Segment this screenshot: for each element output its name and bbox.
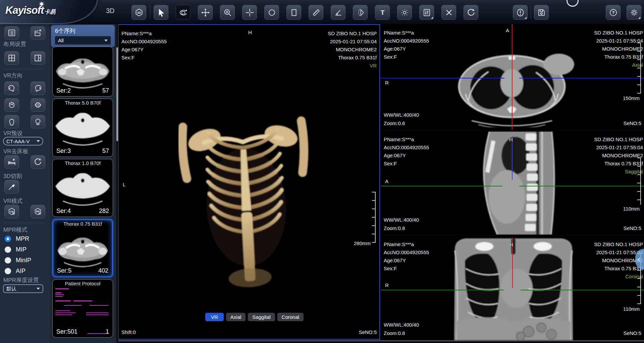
series-no-label: SeNO:5 (624, 224, 641, 232)
scale-label: 110mm (623, 206, 640, 212)
radio-icon (5, 268, 11, 274)
tool-window-level-button[interactable] (397, 5, 412, 20)
orientation-marker-top: A (506, 27, 509, 33)
scale-label: 280mm (354, 240, 371, 246)
mip-mode-button[interactable]: MIP (31, 205, 45, 218)
vr-head-left-button[interactable] (4, 81, 19, 95)
orientation-marker-top: H (248, 30, 252, 35)
series-thumbnail-ser3[interactable]: Thorax 5.0 B70f Ser:3 57 (52, 99, 113, 157)
tool-pan-button[interactable] (198, 5, 213, 20)
view-button-coronal[interactable]: Coronal (277, 313, 304, 321)
tool-adjust-button[interactable] (419, 5, 434, 20)
tool-reset-button[interactable] (464, 5, 478, 20)
tool-save-button[interactable] (534, 5, 549, 20)
tool-rotate-button[interactable] (176, 5, 191, 20)
crosshair-horizontal-green[interactable] (519, 186, 644, 186)
series-thumbnail-ser5-selected[interactable]: Thorax 0.75 B31f Ser:5 402 (52, 219, 113, 277)
toolbar-divider (531, 5, 531, 19)
tool-settings-button[interactable] (627, 5, 641, 20)
vr-head-bottom-button[interactable] (31, 98, 45, 112)
zoom-label: Zoom:0.8 (384, 329, 405, 337)
series-filter-value: All (58, 38, 64, 43)
series-description: Thorax 5.0 B70f (53, 100, 113, 106)
tool-cobb-angle-button[interactable] (353, 5, 368, 20)
series-thumbnail-ser4[interactable]: Thorax 1.0 B70f Ser:4 282 (52, 159, 113, 217)
series-filter-select[interactable]: All (55, 36, 111, 45)
mpr-mode-radio-aip[interactable]: AIP (5, 268, 25, 275)
remove-bed-button[interactable] (4, 155, 19, 169)
vr-head-right-button[interactable] (31, 81, 45, 95)
view-button-saggital[interactable]: Saggital (248, 313, 275, 321)
layout-close-button[interactable] (31, 26, 45, 40)
tool-cursor-button[interactable] (154, 5, 168, 20)
tool-3d-type-button[interactable]: 3D (131, 5, 146, 20)
left-sidebar: 布局设置 VR方向 VR预设 CT-AAA-V VR去床板 3D切割 VR模式 … (0, 24, 50, 343)
layout-split-button[interactable] (31, 51, 45, 65)
crosshair-horizontal-green[interactable] (521, 290, 644, 290)
divider (3, 69, 43, 69)
crosshair-horizontal-green[interactable] (381, 186, 502, 186)
avatar[interactable] (567, 0, 579, 7)
series-description: Patient Protocol (53, 281, 113, 286)
study-info: SD ZIBO NO.1 HOSP2025-01-21 07:55:04 MON… (594, 29, 643, 69)
vr-head-top-button[interactable] (4, 98, 19, 112)
radio-icon (5, 246, 11, 253)
mpr-viewport-axial[interactable]: A R PName:S***aAccNO:0004920555 Age:067Y… (381, 24, 644, 130)
study-info: SD ZIBO NO.1 HOSP2025-01-21 07:55:04 MON… (594, 135, 643, 176)
mpr-mode-radio-mip[interactable]: MIP (5, 246, 26, 253)
orientation-marker-top: H (509, 137, 513, 142)
scale-label: 150mm (623, 95, 640, 101)
tool-ellipse-button[interactable] (264, 5, 279, 20)
crosshair-vertical-red[interactable] (512, 24, 513, 130)
app-logo: Kayisoft卡易 (5, 4, 55, 16)
scrollbar-thumb[interactable] (116, 47, 118, 141)
tool-help-button[interactable]: ? (606, 5, 621, 20)
patient-info: PName:S***aAccNO:0004920555 Age:067YSex:… (384, 240, 429, 273)
section-mpr-mode-label: MPR模式 (3, 226, 28, 234)
series-number: Ser:2 (56, 87, 71, 94)
tool-zoom-button[interactable] (220, 5, 235, 20)
tool-ruler-button[interactable] (309, 5, 323, 20)
wwwl-label: WW/WL:400/40 (384, 321, 419, 329)
series-count-label: 6个序列 (55, 27, 75, 35)
vr-head-front-button[interactable] (4, 115, 19, 128)
section-vr-preset-label: VR预设 (3, 129, 23, 137)
scale-ruler (372, 192, 376, 243)
series-thumbnail-ser501[interactable]: Patient Protocol Ser:501 1 (52, 279, 113, 338)
ct-image-saggital (450, 131, 581, 235)
pacs-3d-workstation: Kayisoft卡易 3D 3D T ? (0, 0, 644, 343)
orientation-marker-left: A (385, 178, 388, 184)
mpr-viewport-saggital[interactable]: H A PName:S***aAccNO:0004920555 Age:067Y… (381, 131, 644, 235)
series-thumbnail-ser2[interactable]: Ser:2 57 (52, 47, 113, 97)
series-scrollbar[interactable] (116, 24, 118, 343)
layout-list-button[interactable] (4, 26, 19, 40)
layout-grid-button[interactable] (4, 51, 19, 65)
image-count: 1 (106, 328, 109, 335)
tool-info-button[interactable] (513, 5, 528, 20)
scalpel-cut-button[interactable] (4, 180, 19, 193)
vr-viewport[interactable]: PName:S***aAccNO:0004920555 Age:067YSex:… (118, 24, 380, 340)
mpr-mode-radio-minip[interactable]: MinIP (5, 257, 31, 264)
tool-crosshair-button[interactable] (242, 5, 257, 20)
tool-delete-button[interactable] (441, 5, 456, 20)
image-count: 282 (99, 208, 109, 215)
vr-preset-select[interactable]: CT-AAA-V (3, 137, 43, 146)
view-button-vr[interactable]: VR (205, 313, 224, 321)
vr-head-back-button[interactable] (31, 115, 45, 128)
series-number: Ser:3 (56, 148, 71, 155)
vr-mode-button[interactable]: VR (4, 205, 19, 218)
tool-rectangle-button[interactable] (286, 5, 301, 20)
tool-text-button[interactable]: T (375, 5, 390, 20)
mpr-mode-radio-mpr[interactable]: MPR (5, 235, 29, 242)
crosshair-vertical-blue[interactable] (512, 136, 513, 180)
mpr-thickness-select[interactable]: 默认 (3, 284, 43, 293)
mpr-viewport-coronal[interactable]: H R PName:S***aAccNO:0004920555 Age:067Y… (381, 236, 644, 340)
tool-angle-button[interactable] (331, 5, 345, 20)
view-button-axial[interactable]: Axial (226, 313, 246, 321)
crosshair-horizontal-green[interactable] (381, 290, 504, 290)
svg-text:?: ? (612, 10, 614, 15)
crosshair-horizontal-blue[interactable] (519, 78, 644, 78)
image-count: 57 (102, 87, 109, 94)
bed-reset-button[interactable] (31, 155, 45, 169)
crosshair-horizontal-blue[interactable] (381, 78, 504, 78)
